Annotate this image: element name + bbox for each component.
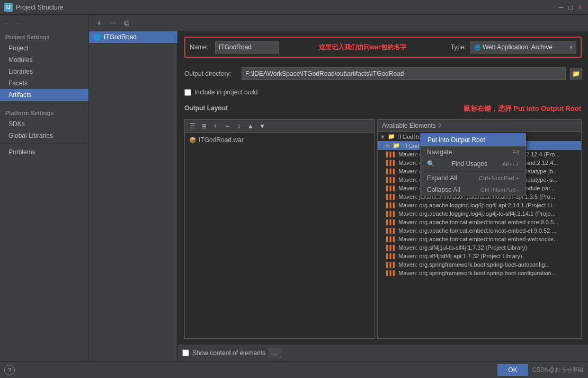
output-layout-sort-btn[interactable]: ↕ xyxy=(234,121,244,131)
tree-item-maven-8[interactable]: ▌▌▌ Maven: org.apache.logging.log4j:log4… xyxy=(378,209,581,218)
window-controls: ─ □ ✕ xyxy=(557,4,584,11)
browse-button[interactable]: 📁 xyxy=(570,68,582,80)
form-bottom-bar: Show content of elements ... xyxy=(178,344,588,361)
navigate-shortcut: F4 xyxy=(512,149,519,155)
context-menu-put-into-output-root[interactable]: Put into Output Root xyxy=(421,134,525,146)
tree-item-maven-7[interactable]: ▌▌▌ Maven: org.apache.logging.log4j:log4… xyxy=(378,201,581,209)
sidebar-item-libraries-label: Libraries xyxy=(8,68,33,75)
output-layout-move-up-btn[interactable]: ▲ xyxy=(245,121,256,131)
type-select[interactable]: 🌐 Web Application: Archive ▾ xyxy=(470,41,576,54)
nav-arrows: ← → xyxy=(0,17,88,30)
sidebar-item-libraries[interactable]: Libraries xyxy=(0,66,88,77)
sidebar-divider-1 xyxy=(0,103,88,103)
artifact-item-itgodroad[interactable]: 🌐 ITGodRoad xyxy=(89,31,177,43)
maven-icon-4: ▌▌▌ xyxy=(386,177,396,182)
sidebar: ← → Project Settings Project Modules Lib… xyxy=(0,15,89,361)
available-elements-label: Available Elements xyxy=(382,122,436,129)
show-content-options-btn[interactable]: ... xyxy=(269,348,281,358)
maven-icon-7: ▌▌▌ xyxy=(386,203,396,208)
name-row: Name: 这里记入我们访问war包的名字 Type: 🌐 Web Applic… xyxy=(184,37,582,58)
show-content-row: Show content of elements ... xyxy=(182,348,281,358)
maven-icon-8: ▌▌▌ xyxy=(386,211,396,216)
maven-icon-15: ▌▌▌ xyxy=(386,270,396,276)
maven-icon-13: ▌▌▌ xyxy=(386,253,396,259)
sidebar-item-sdks[interactable]: SDKs xyxy=(0,118,88,130)
output-dir-input[interactable] xyxy=(242,67,566,80)
artifact-name-input[interactable] xyxy=(215,41,279,54)
sidebar-item-sdks-label: SDKs xyxy=(8,120,25,128)
type-icon: 🌐 xyxy=(474,45,480,50)
expand-icon: ▼ xyxy=(380,134,386,140)
forward-arrow[interactable]: → xyxy=(14,19,21,28)
output-layout-list-view-btn[interactable]: ☰ xyxy=(187,121,198,131)
maximize-button[interactable]: □ xyxy=(567,4,574,11)
back-arrow[interactable]: ← xyxy=(4,19,12,28)
sidebar-item-project[interactable]: Project xyxy=(0,42,88,54)
war-icon: 📦 xyxy=(189,137,197,144)
available-elements-pane: Available Elements ? 鼠标右键，选择 Put into Ou… xyxy=(377,119,582,339)
maven-icon-1: ▌▌▌ xyxy=(386,152,396,157)
copy-artifact-button[interactable]: ⧉ xyxy=(121,17,132,29)
sidebar-item-modules[interactable]: Modules xyxy=(0,54,88,66)
content-toolbar: + − ⧉ xyxy=(89,15,588,31)
expand-all-label: Expand All xyxy=(427,174,457,182)
title-bar-left: IJ Project Structure xyxy=(4,3,63,12)
sidebar-item-problems-label: Problems xyxy=(8,148,35,156)
tree-item-maven-14[interactable]: ▌▌▌ Maven: org.springframework.boot:spri… xyxy=(378,260,581,269)
tree-item-maven-12[interactable]: ▌▌▌ Maven: org.slf4j:jul-to-slf4j:1.7.32… xyxy=(378,243,581,252)
collapse-all-shortcut: Ctrl+NumPad - xyxy=(480,187,519,193)
type-value: Web Application: Archive xyxy=(483,43,553,51)
search-icon: 🔍 xyxy=(427,160,435,168)
global-bottom-bar: ? OK CSDN@おうせ老磁 xyxy=(0,361,588,378)
include-checkbox-row: Include in project build xyxy=(184,89,582,96)
artifact-icon: 🌐 xyxy=(93,34,101,41)
sidebar-item-facets[interactable]: Facets xyxy=(0,77,88,89)
context-menu-find-usages[interactable]: 🔍 Find Usages Alt+F7 xyxy=(421,158,525,170)
sidebar-item-global-libraries[interactable]: Global Libraries xyxy=(0,130,88,142)
tree-item-maven-11[interactable]: ▌▌▌ Maven: org.apache.tomcat.embed:tomca… xyxy=(378,235,581,243)
output-layout-add-btn[interactable]: + xyxy=(210,121,221,131)
artifact-form-panel: Name: 这里记入我们访问war包的名字 Type: 🌐 Web Applic… xyxy=(178,31,588,361)
name-label: Name: xyxy=(190,43,211,51)
title-bar: IJ Project Structure ─ □ ✕ xyxy=(0,0,588,15)
context-menu-expand-all[interactable]: Expand All Ctrl+NumPad + xyxy=(421,172,525,184)
output-layout-move-down-btn[interactable]: ▼ xyxy=(257,121,268,131)
maven-12-label: Maven: org.slf4j:jul-to-slf4j:1.7.32 (Pr… xyxy=(398,244,527,251)
show-content-checkbox[interactable] xyxy=(182,349,189,356)
tree-item-maven-9[interactable]: ▌▌▌ Maven: org.apache.tomcat.embed:tomca… xyxy=(378,218,581,226)
maven-icon-9: ▌▌▌ xyxy=(386,219,396,225)
maven-7-label: Maven: org.apache.logging.log4j:log4j-ap… xyxy=(398,202,557,208)
output-item-name: ITGodRoad.war xyxy=(199,136,244,144)
output-layout-pane: ☰ ⊞ + − ↕ ▲ ▼ 📦 xyxy=(184,119,375,339)
split-pane: ☰ ⊞ + − ↕ ▲ ▼ 📦 xyxy=(184,119,582,339)
tree-item-maven-13[interactable]: ▌▌▌ Maven: org.slf4j:slf4j-api:1.7.32 (P… xyxy=(378,252,581,260)
available-elements-help-icon[interactable]: ? xyxy=(438,122,441,129)
sidebar-item-problems[interactable]: Problems xyxy=(0,146,88,158)
output-item-war[interactable]: 📦 ITGodRoad.war xyxy=(187,135,372,145)
maven-icon-2: ▌▌▌ xyxy=(386,160,396,165)
sidebar-item-project-label: Project xyxy=(8,45,28,52)
context-menu-collapse-all[interactable]: Collapse All Ctrl+NumPad - xyxy=(421,184,525,196)
type-label: Type: xyxy=(451,43,466,51)
add-artifact-button[interactable]: + xyxy=(93,17,105,29)
output-layout-tree-view-btn[interactable]: ⊞ xyxy=(199,121,209,131)
minimize-button[interactable]: ─ xyxy=(557,4,565,11)
context-menu-navigate[interactable]: Navigate F4 xyxy=(421,146,525,158)
ok-button[interactable]: OK xyxy=(497,364,528,376)
close-button[interactable]: ✕ xyxy=(576,4,584,11)
sidebar-item-artifacts-label: Artifacts xyxy=(8,91,31,99)
form-content: Name: 这里记入我们访问war包的名字 Type: 🌐 Web Applic… xyxy=(178,31,588,344)
maven-9-label: Maven: org.apache.tomcat.embed:tomcat-em… xyxy=(398,219,558,225)
maven-10-label: Maven: org.apache.tomcat.embed:tomcat-em… xyxy=(398,227,556,234)
context-menu: Put into Output Root Navigate F4 🔍 xyxy=(420,133,526,196)
help-button[interactable]: ? xyxy=(4,365,15,375)
include-in-project-build-checkbox[interactable] xyxy=(184,89,191,96)
tree-item-maven-15[interactable]: ▌▌▌ Maven: org.springframework.boot:spri… xyxy=(378,269,581,277)
sidebar-item-artifacts[interactable]: Artifacts xyxy=(0,89,88,101)
maven-icon-10: ▌▌▌ xyxy=(386,228,396,233)
tree-item-maven-10[interactable]: ▌▌▌ Maven: org.apache.tomcat.embed:tomca… xyxy=(378,226,581,235)
collapse-all-label: Collapse All xyxy=(427,186,460,194)
remove-artifact-button[interactable]: − xyxy=(107,17,119,29)
output-layout-remove-btn[interactable]: − xyxy=(222,121,233,131)
maven-14-label: Maven: org.springframework.boot:spring-b… xyxy=(398,261,550,268)
